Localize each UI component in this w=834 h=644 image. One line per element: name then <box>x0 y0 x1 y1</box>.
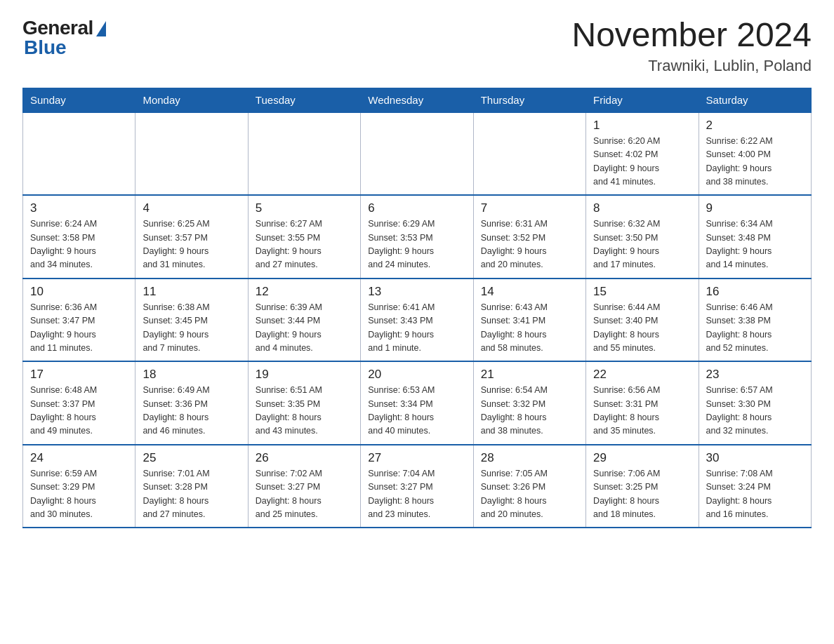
calendar-cell: 11Sunrise: 6:38 AM Sunset: 3:45 PM Dayli… <box>135 279 248 362</box>
location-title: Trawniki, Lublin, Poland <box>571 57 812 75</box>
calendar-cell: 21Sunrise: 6:54 AM Sunset: 3:32 PM Dayli… <box>473 361 585 445</box>
calendar-cell: 26Sunrise: 7:02 AM Sunset: 3:27 PM Dayli… <box>248 445 360 528</box>
cell-daylight-info: Sunrise: 6:38 AM Sunset: 3:45 PM Dayligh… <box>143 301 240 356</box>
cell-day-number: 5 <box>256 201 353 215</box>
calendar-cell: 28Sunrise: 7:05 AM Sunset: 3:26 PM Dayli… <box>473 445 585 528</box>
cell-daylight-info: Sunrise: 7:06 AM Sunset: 3:25 PM Dayligh… <box>593 467 691 522</box>
calendar-cell: 23Sunrise: 6:57 AM Sunset: 3:30 PM Dayli… <box>699 361 811 445</box>
calendar-week-row: 17Sunrise: 6:48 AM Sunset: 3:37 PM Dayli… <box>23 361 812 445</box>
calendar-cell: 20Sunrise: 6:53 AM Sunset: 3:34 PM Dayli… <box>361 361 473 445</box>
cell-daylight-info: Sunrise: 6:34 AM Sunset: 3:48 PM Dayligh… <box>706 217 804 272</box>
cell-daylight-info: Sunrise: 6:44 AM Sunset: 3:40 PM Dayligh… <box>593 301 691 356</box>
cell-daylight-info: Sunrise: 6:57 AM Sunset: 3:30 PM Dayligh… <box>706 384 804 438</box>
cell-daylight-info: Sunrise: 7:05 AM Sunset: 3:26 PM Dayligh… <box>481 467 578 522</box>
cell-day-number: 9 <box>706 201 804 215</box>
cell-day-number: 16 <box>706 285 804 299</box>
logo-triangle-icon <box>96 21 106 36</box>
day-header-wednesday: Wednesday <box>361 88 473 112</box>
cell-daylight-info: Sunrise: 6:41 AM Sunset: 3:43 PM Dayligh… <box>368 301 465 356</box>
cell-day-number: 7 <box>481 201 578 215</box>
title-block: November 2024 Trawniki, Lublin, Poland <box>571 17 812 75</box>
cell-daylight-info: Sunrise: 6:53 AM Sunset: 3:34 PM Dayligh… <box>368 384 465 438</box>
day-header-monday: Monday <box>135 88 248 112</box>
calendar-cell: 30Sunrise: 7:08 AM Sunset: 3:24 PM Dayli… <box>699 445 811 528</box>
cell-day-number: 8 <box>593 201 691 215</box>
cell-day-number: 12 <box>256 285 353 299</box>
cell-daylight-info: Sunrise: 6:25 AM Sunset: 3:57 PM Dayligh… <box>143 217 240 272</box>
calendar-cell: 2Sunrise: 6:22 AM Sunset: 4:00 PM Daylig… <box>699 112 811 196</box>
cell-daylight-info: Sunrise: 6:43 AM Sunset: 3:41 PM Dayligh… <box>481 301 578 356</box>
logo: General Blue <box>22 17 106 59</box>
cell-day-number: 10 <box>30 285 128 299</box>
cell-daylight-info: Sunrise: 6:32 AM Sunset: 3:50 PM Dayligh… <box>593 217 691 272</box>
cell-daylight-info: Sunrise: 6:29 AM Sunset: 3:53 PM Dayligh… <box>368 217 465 272</box>
calendar-cell <box>361 112 473 196</box>
cell-daylight-info: Sunrise: 6:31 AM Sunset: 3:52 PM Dayligh… <box>481 217 578 272</box>
cell-daylight-info: Sunrise: 6:36 AM Sunset: 3:47 PM Dayligh… <box>30 301 128 356</box>
cell-daylight-info: Sunrise: 7:04 AM Sunset: 3:27 PM Dayligh… <box>368 467 465 522</box>
calendar-cell: 15Sunrise: 6:44 AM Sunset: 3:40 PM Dayli… <box>586 279 699 362</box>
cell-day-number: 11 <box>143 285 240 299</box>
cell-daylight-info: Sunrise: 6:22 AM Sunset: 4:00 PM Dayligh… <box>706 135 804 189</box>
day-header-saturday: Saturday <box>699 88 811 112</box>
cell-daylight-info: Sunrise: 6:59 AM Sunset: 3:29 PM Dayligh… <box>30 467 128 522</box>
calendar-cell: 24Sunrise: 6:59 AM Sunset: 3:29 PM Dayli… <box>23 445 135 528</box>
calendar-cell <box>23 112 135 196</box>
day-header-friday: Friday <box>586 88 699 112</box>
calendar-cell: 22Sunrise: 6:56 AM Sunset: 3:31 PM Dayli… <box>586 361 699 445</box>
cell-day-number: 6 <box>368 201 465 215</box>
calendar-cell: 27Sunrise: 7:04 AM Sunset: 3:27 PM Dayli… <box>361 445 473 528</box>
cell-daylight-info: Sunrise: 6:51 AM Sunset: 3:35 PM Dayligh… <box>256 384 353 438</box>
page-header: General Blue November 2024 Trawniki, Lub… <box>22 17 812 75</box>
calendar-week-row: 3Sunrise: 6:24 AM Sunset: 3:58 PM Daylig… <box>23 195 812 279</box>
calendar-cell: 6Sunrise: 6:29 AM Sunset: 3:53 PM Daylig… <box>361 195 473 279</box>
cell-daylight-info: Sunrise: 7:02 AM Sunset: 3:27 PM Dayligh… <box>256 467 353 522</box>
cell-daylight-info: Sunrise: 6:48 AM Sunset: 3:37 PM Dayligh… <box>30 384 128 438</box>
cell-daylight-info: Sunrise: 7:01 AM Sunset: 3:28 PM Dayligh… <box>143 467 240 522</box>
calendar-cell: 25Sunrise: 7:01 AM Sunset: 3:28 PM Dayli… <box>135 445 248 528</box>
calendar-header-row: SundayMondayTuesdayWednesdayThursdayFrid… <box>23 88 812 112</box>
calendar-cell <box>473 112 585 196</box>
calendar-cell: 8Sunrise: 6:32 AM Sunset: 3:50 PM Daylig… <box>586 195 699 279</box>
cell-daylight-info: Sunrise: 7:08 AM Sunset: 3:24 PM Dayligh… <box>706 467 804 522</box>
calendar-week-row: 1Sunrise: 6:20 AM Sunset: 4:02 PM Daylig… <box>23 112 812 196</box>
cell-day-number: 21 <box>481 368 578 382</box>
calendar-cell: 29Sunrise: 7:06 AM Sunset: 3:25 PM Dayli… <box>586 445 699 528</box>
calendar-cell: 19Sunrise: 6:51 AM Sunset: 3:35 PM Dayli… <box>248 361 360 445</box>
cell-day-number: 30 <box>706 451 804 465</box>
cell-day-number: 22 <box>593 368 691 382</box>
cell-day-number: 23 <box>706 368 804 382</box>
cell-day-number: 17 <box>30 368 128 382</box>
cell-day-number: 4 <box>143 201 240 215</box>
cell-day-number: 24 <box>30 451 128 465</box>
calendar-cell: 1Sunrise: 6:20 AM Sunset: 4:02 PM Daylig… <box>586 112 699 196</box>
calendar-cell <box>135 112 248 196</box>
cell-day-number: 2 <box>706 119 804 133</box>
cell-day-number: 26 <box>256 451 353 465</box>
calendar-cell: 14Sunrise: 6:43 AM Sunset: 3:41 PM Dayli… <box>473 279 585 362</box>
cell-daylight-info: Sunrise: 6:39 AM Sunset: 3:44 PM Dayligh… <box>256 301 353 356</box>
cell-day-number: 20 <box>368 368 465 382</box>
calendar-cell: 16Sunrise: 6:46 AM Sunset: 3:38 PM Dayli… <box>699 279 811 362</box>
cell-day-number: 3 <box>30 201 128 215</box>
cell-daylight-info: Sunrise: 6:24 AM Sunset: 3:58 PM Dayligh… <box>30 217 128 272</box>
calendar-cell: 5Sunrise: 6:27 AM Sunset: 3:55 PM Daylig… <box>248 195 360 279</box>
calendar-table: SundayMondayTuesdayWednesdayThursdayFrid… <box>22 88 812 529</box>
cell-daylight-info: Sunrise: 6:20 AM Sunset: 4:02 PM Dayligh… <box>593 135 691 189</box>
day-header-thursday: Thursday <box>473 88 585 112</box>
cell-day-number: 28 <box>481 451 578 465</box>
calendar-cell: 17Sunrise: 6:48 AM Sunset: 3:37 PM Dayli… <box>23 361 135 445</box>
cell-daylight-info: Sunrise: 6:56 AM Sunset: 3:31 PM Dayligh… <box>593 384 691 438</box>
calendar-cell: 7Sunrise: 6:31 AM Sunset: 3:52 PM Daylig… <box>473 195 585 279</box>
calendar-week-row: 24Sunrise: 6:59 AM Sunset: 3:29 PM Dayli… <box>23 445 812 528</box>
cell-daylight-info: Sunrise: 6:46 AM Sunset: 3:38 PM Dayligh… <box>706 301 804 356</box>
calendar-cell: 12Sunrise: 6:39 AM Sunset: 3:44 PM Dayli… <box>248 279 360 362</box>
calendar-cell: 10Sunrise: 6:36 AM Sunset: 3:47 PM Dayli… <box>23 279 135 362</box>
calendar-week-row: 10Sunrise: 6:36 AM Sunset: 3:47 PM Dayli… <box>23 279 812 362</box>
calendar-cell <box>248 112 360 196</box>
month-title: November 2024 <box>571 17 812 54</box>
calendar-cell: 3Sunrise: 6:24 AM Sunset: 3:58 PM Daylig… <box>23 195 135 279</box>
cell-day-number: 19 <box>256 368 353 382</box>
calendar-cell: 13Sunrise: 6:41 AM Sunset: 3:43 PM Dayli… <box>361 279 473 362</box>
cell-daylight-info: Sunrise: 6:27 AM Sunset: 3:55 PM Dayligh… <box>256 217 353 272</box>
